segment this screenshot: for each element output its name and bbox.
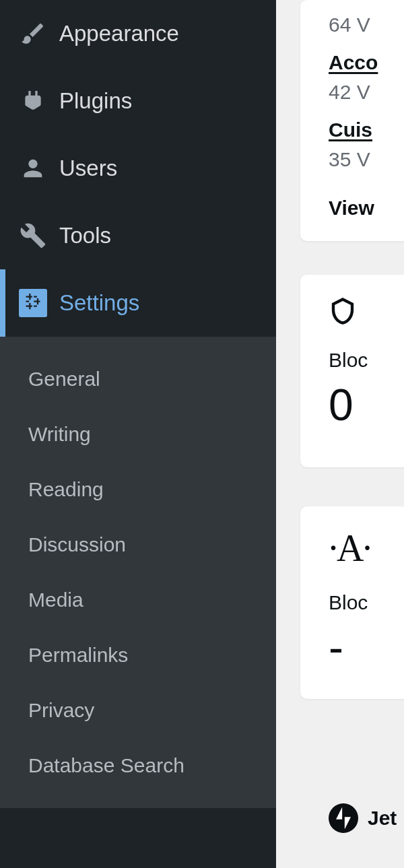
submenu-label: Reading	[28, 478, 104, 500]
menu-label: Users	[59, 156, 117, 181]
letter-a-icon: ·A·	[329, 527, 404, 570]
submenu-label: Database Search	[28, 754, 184, 776]
submenu-item-general[interactable]: General	[0, 352, 276, 407]
list-item-value: 42 V	[329, 74, 404, 104]
settings-submenu: General Writing Reading Discussion Media…	[0, 337, 276, 808]
brush-icon	[19, 20, 47, 48]
submenu-item-database-search[interactable]: Database Search	[0, 738, 276, 793]
list-item[interactable]: Acco 42 V	[329, 36, 404, 104]
shield-icon	[329, 295, 357, 327]
stat-label: Bloc	[329, 327, 404, 372]
list-item-title: Acco	[329, 51, 404, 74]
stat-value: -	[329, 614, 404, 669]
sidebar-item-users[interactable]: Users	[0, 135, 276, 202]
submenu-item-writing[interactable]: Writing	[0, 407, 276, 462]
list-item[interactable]: Cuis 35 V	[329, 104, 404, 171]
footer-label: Jet	[368, 807, 397, 830]
user-icon	[19, 154, 47, 182]
submenu-item-permalinks[interactable]: Permalinks	[0, 628, 276, 683]
submenu-item-discussion[interactable]: Discussion	[0, 517, 276, 572]
stat-card-blocked: Bloc 0	[300, 275, 404, 467]
menu-label: Plugins	[59, 88, 132, 114]
sidebar-item-plugins[interactable]: Plugins	[0, 67, 276, 135]
plug-icon	[19, 87, 47, 115]
jetpack-icon	[329, 803, 358, 833]
stat-label: Bloc	[329, 570, 404, 614]
stat-value: 0	[329, 372, 404, 427]
stat-card-font: ·A· Bloc -	[300, 506, 404, 699]
admin-sidebar: Appearance Plugins Users Tools Settings …	[0, 0, 276, 868]
sliders-icon	[19, 289, 47, 317]
view-all-link[interactable]: View	[329, 171, 404, 220]
submenu-item-privacy[interactable]: Privacy	[0, 683, 276, 738]
svg-point-0	[329, 803, 358, 833]
submenu-label: Permalinks	[28, 644, 128, 666]
sidebar-item-tools[interactable]: Tools	[0, 202, 276, 269]
main-content: 64 V Acco 42 V Cuis 35 V View Bloc 0 ·A·…	[300, 0, 404, 868]
list-item-value: 35 V	[329, 141, 404, 171]
submenu-label: Writing	[28, 423, 91, 445]
sidebar-item-settings[interactable]: Settings	[0, 269, 276, 337]
menu-label: Tools	[59, 223, 111, 248]
wrench-icon	[19, 222, 47, 250]
sidebar-item-appearance[interactable]: Appearance	[0, 0, 276, 67]
submenu-item-media[interactable]: Media	[0, 572, 276, 628]
menu-label: Settings	[59, 290, 139, 316]
list-item-value: 64 V	[329, 13, 404, 36]
submenu-label: General	[28, 368, 100, 390]
footer-brand[interactable]: Jet	[329, 803, 397, 833]
menu-label: Appearance	[59, 21, 179, 46]
submenu-item-reading[interactable]: Reading	[0, 462, 276, 517]
submenu-label: Privacy	[28, 699, 94, 721]
submenu-label: Media	[28, 589, 83, 611]
list-item-title: Cuis	[329, 119, 404, 141]
list-item: 64 V	[329, 0, 404, 36]
submenu-label: Discussion	[28, 533, 126, 556]
top-list-card: 64 V Acco 42 V Cuis 35 V View	[300, 0, 404, 241]
